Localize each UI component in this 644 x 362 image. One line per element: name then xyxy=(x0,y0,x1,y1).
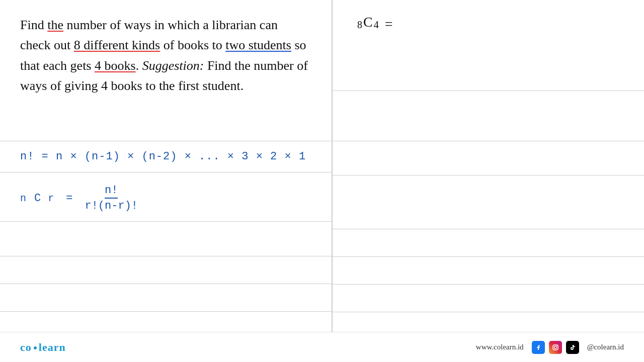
right-hline-4 xyxy=(332,256,644,257)
right-hline-3 xyxy=(332,229,644,229)
formula1-section: n! = n × (n-1) × (n-2) × ... × 3 × 2 × 1 xyxy=(0,141,332,172)
right-panel: 8 C 4 = xyxy=(332,0,644,332)
highlight-4-books: 4 books xyxy=(95,58,136,73)
svg-point-1 xyxy=(554,346,556,348)
right-panel-lines xyxy=(332,0,644,332)
right-hline-2 xyxy=(332,175,644,175)
empty-line-3 xyxy=(0,284,332,312)
footer-handle: @colearn.id xyxy=(587,343,624,351)
ncr-equals: = xyxy=(66,192,72,205)
right-hline-5 xyxy=(332,284,644,285)
eight-c-four-expression: 8 C 4 = xyxy=(357,14,392,32)
tiktok-icon[interactable] xyxy=(566,341,579,354)
empty-line-4 xyxy=(0,312,332,332)
subscript-8: 8 xyxy=(357,19,362,31)
footer-right: www.colearn.id @colearn.id xyxy=(476,341,624,354)
empty-line-2 xyxy=(0,256,332,284)
problem-text: Find the number of ways in which a libra… xyxy=(20,15,311,96)
fraction-numerator: n! xyxy=(105,184,118,199)
instagram-icon[interactable] xyxy=(549,341,562,354)
ncr-left: n xyxy=(20,193,26,204)
ncr-c: C xyxy=(34,192,41,205)
facebook-icon[interactable] xyxy=(532,341,545,354)
social-icons xyxy=(532,341,579,354)
highlight-8-different: 8 different kinds xyxy=(74,38,160,52)
highlight-the: the xyxy=(47,18,63,32)
svg-point-2 xyxy=(556,345,557,346)
subscript-4: 4 xyxy=(374,19,379,31)
combination-fraction: n! r!(n-r)! xyxy=(85,184,138,212)
right-hline-6 xyxy=(332,312,644,312)
fraction-denominator: r!(n-r)! xyxy=(85,199,138,212)
ncr-r: r xyxy=(48,193,54,204)
equals-sign: = xyxy=(385,16,393,32)
hline-1 xyxy=(332,90,644,91)
footer: colearn www.colearn.id xyxy=(0,332,644,362)
logo-dot xyxy=(34,346,37,349)
suggestion-label: Suggestion: xyxy=(142,58,204,73)
vertical-divider xyxy=(332,0,333,332)
combination-formula-section: nCr = n! r!(n-r)! xyxy=(0,175,332,222)
highlight-two-students: two students xyxy=(225,38,291,52)
combination-formula: nCr = n! r!(n-r)! xyxy=(20,184,312,212)
c-letter: C xyxy=(363,14,373,30)
footer-url: www.colearn.id xyxy=(476,343,524,351)
brand-logo: colearn xyxy=(20,341,66,354)
factorial-formula: n! = n × (n-1) × (n-2) × ... × 3 × 2 × 1 xyxy=(20,150,312,163)
empty-line-1 xyxy=(0,229,332,256)
right-hline-1 xyxy=(332,141,644,141)
